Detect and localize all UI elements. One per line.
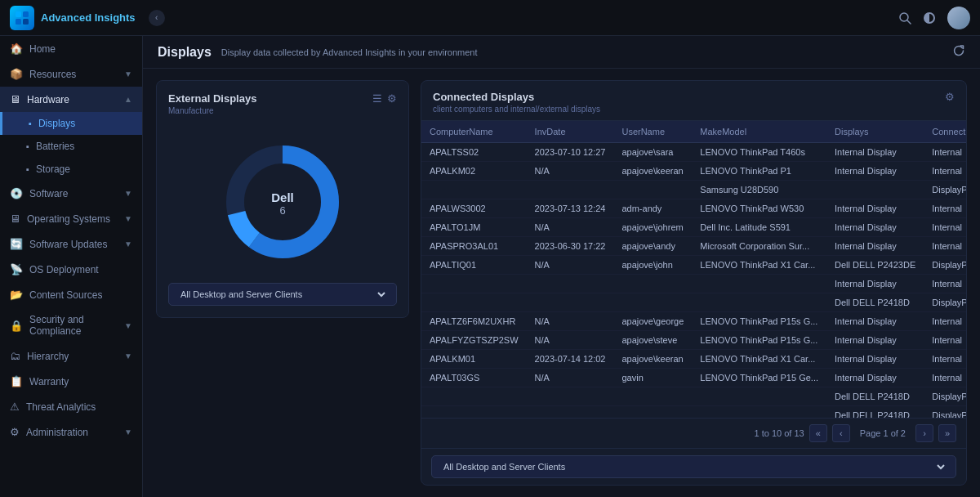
- os-deployment-icon: 📡: [10, 263, 23, 275]
- cell-5-4: Internal Display: [826, 237, 924, 256]
- connected-displays-filter[interactable]: All Desktop and Server Clients Desktops …: [431, 455, 956, 478]
- app-name: Advanced Insights: [41, 11, 136, 25]
- sidebar-item-batteries[interactable]: ▪ Batteries: [0, 135, 142, 158]
- app-logo: Advanced Insights: [10, 6, 136, 30]
- software-icon: 💿: [10, 187, 23, 199]
- cell-11-0: APALKM01: [421, 350, 527, 369]
- search-button[interactable]: [898, 11, 911, 25]
- pagination-prev-button[interactable]: ‹: [832, 424, 850, 442]
- admin-icon: ⚙: [10, 426, 20, 438]
- sidebar-item-hierarchy[interactable]: 🗂 Hierarchy ▼: [0, 343, 142, 369]
- external-displays-title: External Displays: [168, 92, 256, 105]
- cell-4-3: Dell Inc. Latitude S591: [692, 218, 826, 237]
- connected-displays-table: ComputerName InvDate UserName MakeModel …: [421, 121, 966, 418]
- hierarchy-icon: 🗂: [10, 350, 20, 362]
- external-displays-filter-select[interactable]: All Desktop and Server Clients Desktops …: [177, 289, 388, 300]
- cell-4-1: N/A: [527, 218, 614, 237]
- sidebar-item-resources[interactable]: 📦 Resources ▼: [0, 61, 142, 87]
- table-row: Dell DELL P2418DDisplayPort (external): [421, 293, 966, 312]
- donut-chart-container: Dell 6: [168, 120, 397, 283]
- cell-0-5: Internal: [924, 143, 966, 162]
- external-displays-actions: ☰ ⚙: [372, 92, 397, 105]
- svg-rect-1: [23, 11, 29, 17]
- cell-0-2: apajove\sara: [613, 143, 692, 162]
- sidebar-storage-label: Storage: [36, 163, 132, 175]
- cell-2-1: [527, 181, 614, 199]
- sidebar-warranty-label: Warranty: [29, 376, 132, 387]
- main-layout: 🏠 Home 📦 Resources ▼ 🖥 Hardware ▲ ▪ Disp…: [0, 36, 980, 497]
- sidebar-collapse-button[interactable]: ‹: [149, 10, 165, 26]
- avatar[interactable]: [947, 7, 970, 29]
- cell-10-3: LENOVO ThinkPad P15s G...: [692, 331, 826, 350]
- page-subtitle: Display data collected by Advanced Insig…: [221, 47, 478, 57]
- sidebar-item-operating-systems[interactable]: 🖥 Operating Systems ▼: [0, 206, 142, 231]
- cell-8-3: [692, 293, 826, 312]
- cell-14-5: DisplayPort (external): [924, 406, 966, 419]
- security-chevron-icon: ▼: [124, 321, 132, 330]
- hierarchy-chevron-icon: ▼: [124, 351, 132, 360]
- sidebar-item-administration[interactable]: ⚙ Administration ▼: [0, 419, 142, 445]
- sidebar-item-software[interactable]: 💿 Software ▼: [0, 181, 142, 206]
- refresh-button[interactable]: [952, 44, 965, 60]
- cell-5-2: apajove\andy: [613, 237, 692, 256]
- batteries-icon: ▪: [26, 141, 29, 151]
- pagination-next-button[interactable]: ›: [915, 424, 933, 442]
- page-header: Displays Display data collected by Advan…: [143, 36, 980, 69]
- software-chevron-icon: ▼: [124, 189, 132, 198]
- os-icon: 🖥: [10, 213, 20, 225]
- table-row: Internal DisplayInternal: [421, 275, 966, 293]
- sidebar-item-home[interactable]: 🏠 Home: [0, 36, 142, 61]
- cell-12-1: N/A: [527, 369, 614, 387]
- table-row: APALKM02N/Aapajove\keeranLENOVO ThinkPad…: [421, 162, 966, 181]
- cell-2-0: [421, 181, 527, 199]
- pagination-first-button[interactable]: «: [809, 424, 827, 442]
- connected-displays-settings-button[interactable]: ⚙: [945, 91, 955, 103]
- cell-12-4: Internal Display: [826, 369, 924, 387]
- cell-13-3: [692, 387, 826, 406]
- sidebar-admin-label: Administration: [26, 427, 118, 438]
- pagination-last-button[interactable]: »: [938, 424, 956, 442]
- cell-13-0: [421, 387, 527, 406]
- connected-displays-filter-select[interactable]: All Desktop and Server Clients Desktops …: [440, 461, 947, 472]
- external-displays-subtitle: Manufacture: [168, 106, 256, 115]
- cell-4-0: APALTO1JM: [421, 218, 527, 237]
- sidebar-item-software-updates[interactable]: 🔄 Software Updates ▼: [0, 231, 142, 257]
- sidebar-item-os-deployment[interactable]: 📡 OS Deployment: [0, 257, 142, 282]
- table-row: APALTSS022023-07-10 12:27apajove\saraLEN…: [421, 143, 966, 162]
- sidebar-item-security[interactable]: 🔒 Security and Compliance ▼: [0, 307, 142, 343]
- theme-toggle-button[interactable]: [923, 11, 936, 25]
- software-updates-icon: 🔄: [10, 238, 23, 250]
- connected-displays-title: Connected Displays: [433, 91, 600, 103]
- settings-button[interactable]: ⚙: [387, 92, 397, 105]
- sidebar-item-displays[interactable]: ▪ Displays: [0, 112, 142, 135]
- cell-5-5: Internal: [924, 237, 966, 256]
- hardware-chevron-icon: ▲: [124, 95, 132, 104]
- external-displays-header: External Displays Manufacture ☰ ⚙: [168, 92, 397, 115]
- cell-10-5: Internal: [924, 331, 966, 350]
- cell-14-0: [421, 406, 527, 419]
- list-view-button[interactable]: ☰: [372, 92, 382, 105]
- cell-7-3: [692, 275, 826, 293]
- sidebar-item-warranty[interactable]: 📋 Warranty: [0, 369, 142, 394]
- cell-6-2: apajove\john: [613, 256, 692, 275]
- cell-4-2: apajove\johrem: [613, 218, 692, 237]
- external-displays-filter[interactable]: All Desktop and Server Clients Desktops …: [168, 283, 397, 306]
- cell-9-3: LENOVO ThinkPad P15s G...: [692, 312, 826, 331]
- cell-11-1: 2023-07-14 12:02: [527, 350, 614, 369]
- sidebar-item-hardware[interactable]: 🖥 Hardware ▲: [0, 87, 142, 112]
- table-body: APALTSS022023-07-10 12:27apajove\saraLEN…: [421, 143, 966, 419]
- cell-12-5: Internal: [924, 369, 966, 387]
- sidebar-content-sources-label: Content Sources: [29, 289, 132, 301]
- sidebar-hierarchy-label: Hierarchy: [27, 351, 118, 362]
- sidebar-item-content-sources[interactable]: 📂 Content Sources: [0, 282, 142, 307]
- sidebar-resources-label: Resources: [29, 69, 118, 80]
- cell-11-5: Internal: [924, 350, 966, 369]
- sidebar-item-threat-analytics[interactable]: ⚠ Threat Analytics: [0, 394, 142, 419]
- sidebar-hardware-label: Hardware: [27, 94, 118, 105]
- sidebar-item-storage[interactable]: ▪ Storage: [0, 158, 142, 181]
- donut-svg: [217, 137, 348, 267]
- sidebar-software-label: Software: [29, 188, 118, 199]
- cell-7-0: [421, 275, 527, 293]
- security-icon: 🔒: [10, 320, 23, 332]
- cell-13-1: [527, 387, 614, 406]
